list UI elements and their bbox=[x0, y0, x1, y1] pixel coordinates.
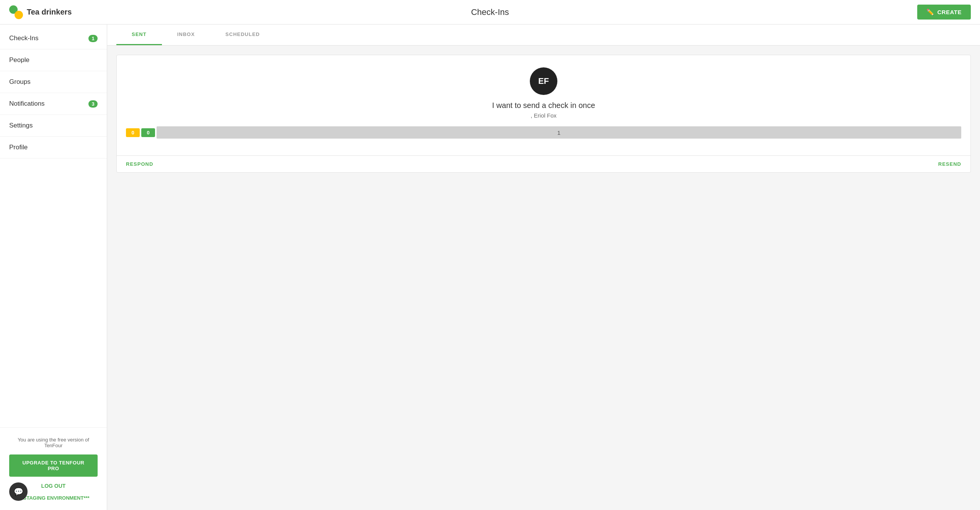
pencil-icon: ✏️ bbox=[926, 8, 934, 16]
upgrade-button[interactable]: UPGRADE TO TENFOUR PRO bbox=[9, 454, 98, 477]
sidebar-item-profile[interactable]: Profile bbox=[0, 137, 107, 159]
checkin-card-footer: RESPOND RESEND bbox=[117, 155, 970, 172]
avatar: EF bbox=[530, 67, 557, 95]
tabs-bar: SENT INBOX SCHEDULED bbox=[107, 25, 980, 46]
sidebar: Check-Ins 1 People Groups Notifications … bbox=[0, 25, 107, 510]
sidebar-badge-check-ins: 1 bbox=[88, 35, 98, 42]
sidebar-item-groups[interactable]: Groups bbox=[0, 71, 107, 93]
count-green: 0 bbox=[141, 128, 155, 137]
sidebar-item-notifications[interactable]: Notifications 3 bbox=[0, 93, 107, 115]
main-content: SENT INBOX SCHEDULED EF I want to send a… bbox=[107, 25, 980, 510]
resend-link[interactable]: RESEND bbox=[938, 161, 961, 167]
brand: Tea drinkers bbox=[9, 5, 72, 19]
progress-row: 0 0 1 bbox=[126, 126, 961, 146]
sidebar-item-label: Profile bbox=[9, 144, 28, 151]
sidebar-item-label: Groups bbox=[9, 78, 31, 86]
page-title: Check-Ins bbox=[471, 7, 509, 17]
free-version-text: You are using the free version of TenFou… bbox=[9, 437, 98, 448]
count-yellow: 0 bbox=[126, 128, 140, 137]
progress-bar: 1 bbox=[157, 126, 961, 139]
logo-circle-yellow bbox=[15, 11, 23, 19]
sidebar-item-label: Settings bbox=[9, 122, 33, 129]
sidebar-badge-notifications: 3 bbox=[88, 100, 98, 108]
checkin-card: EF I want to send a check in once , Erio… bbox=[116, 55, 971, 173]
tab-sent[interactable]: SENT bbox=[116, 25, 162, 45]
checkin-card-body: EF I want to send a check in once , Erio… bbox=[117, 55, 970, 155]
sidebar-item-label: Check-Ins bbox=[9, 34, 39, 42]
chat-icon: 💬 bbox=[14, 487, 23, 496]
sidebar-item-settings[interactable]: Settings bbox=[0, 115, 107, 137]
sidebar-item-people[interactable]: People bbox=[0, 49, 107, 71]
progress-bar-label: 1 bbox=[557, 129, 560, 136]
brand-name: Tea drinkers bbox=[27, 8, 72, 16]
sidebar-item-label: Notifications bbox=[9, 100, 45, 108]
main-layout: Check-Ins 1 People Groups Notifications … bbox=[0, 25, 980, 510]
tab-scheduled[interactable]: SCHEDULED bbox=[210, 25, 275, 45]
chat-bubble-button[interactable]: 💬 bbox=[9, 482, 28, 501]
respond-link[interactable]: RESPOND bbox=[126, 161, 153, 167]
tab-inbox[interactable]: INBOX bbox=[162, 25, 210, 45]
checkin-author: , Eriol Fox bbox=[126, 112, 961, 119]
top-header: Tea drinkers Check-Ins ✏️ CREATE bbox=[0, 0, 980, 25]
checkin-message: I want to send a check in once bbox=[126, 101, 961, 110]
create-button[interactable]: ✏️ CREATE bbox=[917, 5, 971, 20]
sidebar-item-check-ins[interactable]: Check-Ins 1 bbox=[0, 28, 107, 49]
brand-logo bbox=[9, 5, 23, 19]
content-area: EF I want to send a check in once , Erio… bbox=[107, 46, 980, 510]
sidebar-item-label: People bbox=[9, 56, 29, 64]
